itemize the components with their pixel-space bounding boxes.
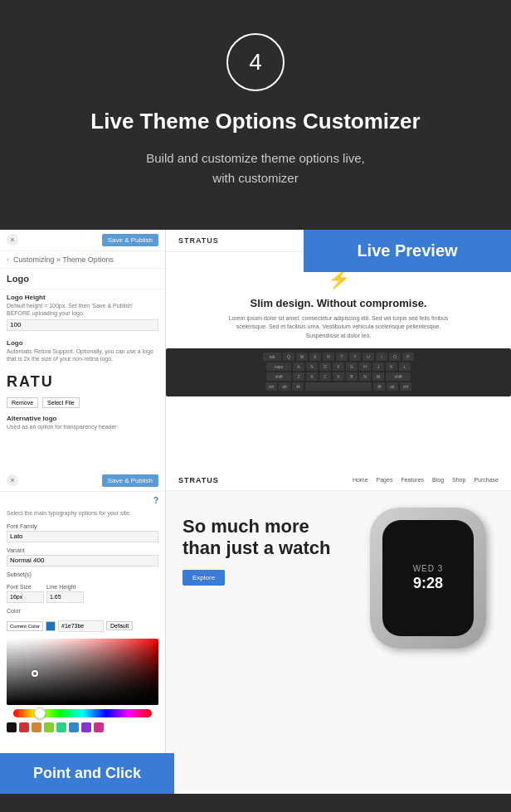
swatch-purple[interactable] (81, 722, 91, 732)
nav-purchase[interactable]: Purchase (474, 477, 499, 483)
website-hero-title: Slim design. Without compromise. (174, 297, 503, 309)
kb-caps: caps (266, 362, 291, 371)
kb-o: O (389, 353, 401, 361)
customizer-logo-field: Logo Automatic Retina Support. Optionall… (0, 335, 165, 369)
kb-p: P (402, 353, 414, 361)
point-click-badge[interactable]: Point and Click (0, 753, 174, 794)
logo-preview: RATU (0, 369, 165, 395)
kb-ctrl: ctrl (265, 382, 277, 391)
hex-color-input[interactable] (58, 620, 104, 632)
color-spectrum-container (7, 709, 158, 717)
top-section: 4 Live Theme Options Customizer Build an… (0, 0, 511, 230)
step-number: 4 (249, 49, 262, 75)
kb-e: E (309, 353, 321, 361)
select-logo-file-button[interactable]: Select File (42, 397, 80, 408)
nav-shop[interactable]: Shop (452, 477, 465, 483)
nav-features[interactable]: Features (401, 477, 424, 483)
kb-rctrl: ctrl (400, 382, 411, 391)
kb-j: J (372, 362, 384, 371)
remove-logo-button[interactable]: Remove (7, 397, 38, 408)
swatch-red[interactable] (19, 722, 29, 732)
kb-ralt: alt (387, 382, 398, 391)
watch-body: WED 3 9:28 (370, 508, 486, 649)
subtitle-line1: Build and customize theme options live, (146, 151, 364, 165)
current-color-button[interactable]: Current Color (7, 621, 43, 631)
color-panel-close[interactable]: × (7, 474, 18, 486)
color-default-button[interactable]: Default (106, 621, 133, 630)
customizer-section-logo: Logo (0, 269, 165, 289)
swatch-blue[interactable] (69, 722, 79, 732)
kb-i: I (376, 353, 387, 361)
kb-b: B (346, 372, 358, 381)
website-hero-text: Lorem ipsum dolor sit amet, consectetur … (222, 314, 455, 341)
typography-desc: Select the main typography options for y… (0, 509, 165, 521)
nav-home[interactable]: Home (353, 477, 368, 483)
main-title: Live Theme Options Customizer (17, 108, 494, 136)
kb-space (305, 382, 372, 391)
watch-brand: STRATUS (178, 476, 219, 484)
typography-help-icon[interactable]: ? (153, 496, 158, 505)
color-swatch[interactable] (46, 621, 56, 631)
swatch-green[interactable] (44, 722, 54, 732)
customizer-logo-height-field: Logo Height Default height = 100px. Set … (0, 289, 165, 335)
kb-r: R (323, 353, 334, 361)
kb-shift: shift (266, 372, 291, 381)
kb-g: G (346, 362, 358, 371)
color-panel-save[interactable]: Save & Publish (102, 474, 158, 487)
swatch-pink[interactable] (94, 722, 104, 732)
kb-w: W (296, 353, 308, 361)
kb-z: Z (293, 372, 304, 381)
line-height-input[interactable] (46, 591, 84, 603)
color-picker-gradient[interactable] (7, 639, 158, 705)
kb-d: D (319, 362, 331, 371)
customizer-back-arrow[interactable]: ‹ (7, 255, 9, 264)
kb-rcmd: ⌘ (373, 382, 385, 391)
nav-blog[interactable]: Blog (432, 477, 444, 483)
alt-logo-field: Alternative logo Used as an option for t… (0, 411, 165, 437)
body-typography-section: Body Typography ? (0, 492, 165, 509)
watch-image-area: WED 3 9:28 (337, 508, 511, 756)
kb-q: Q (283, 353, 294, 361)
kb-t: T (336, 353, 348, 361)
customizer-save-button[interactable]: Save & Publish (102, 234, 158, 246)
font-size-input[interactable] (7, 591, 44, 603)
watch-hero-title: So much more than just a watch (182, 516, 332, 560)
color-spectrum[interactable] (13, 709, 152, 717)
logo-height-input[interactable] (7, 319, 158, 331)
color-swatches-row (0, 720, 165, 735)
subtitle-line2: with customizer (212, 171, 298, 185)
kb-k: K (386, 362, 397, 371)
swatch-black[interactable] (7, 722, 17, 732)
watch-nav: STRATUS Home Pages Features Blog Shop Pu… (166, 470, 511, 491)
nav-pages[interactable]: Pages (377, 477, 393, 483)
customizer-breadcrumb: ‹ Customizing » Theme Options (0, 251, 165, 269)
watch-time-display: 9:28 (413, 575, 443, 592)
screenshots-container: × Save & Publish ‹ Customizing » Theme O… (0, 230, 511, 794)
color-panel-header: × Save & Publish (0, 470, 165, 492)
font-family-field: Font Family Lato (0, 521, 165, 545)
kb-v: V (333, 372, 344, 381)
variant-select[interactable]: Normal 400 (7, 555, 158, 566)
kb-y: Y (349, 353, 361, 361)
customizer-header: × Save & Publish (0, 230, 165, 251)
kb-f: F (333, 362, 344, 371)
swatch-orange[interactable] (32, 722, 41, 732)
watch-screen: WED 3 9:28 (382, 520, 474, 636)
kb-alt: alt (279, 382, 290, 391)
step-circle: 4 (226, 33, 285, 91)
kb-rshift: shift (386, 372, 411, 381)
live-preview-button[interactable]: Live Preview (304, 230, 511, 272)
customizer-close-button[interactable]: × (7, 234, 18, 246)
watch-explore-button[interactable]: Explore (182, 570, 225, 586)
watch-preview: STRATUS Home Pages Features Blog Shop Pu… (166, 470, 511, 794)
swatch-teal[interactable] (56, 722, 66, 732)
watch-nav-links: Home Pages Features Blog Shop Purchase (353, 477, 499, 483)
variant-field: Variant Normal 400 (0, 545, 165, 569)
color-picker-dot[interactable] (32, 670, 38, 677)
kb-u: U (363, 353, 374, 361)
kb-cmd: ⌘ (292, 382, 304, 391)
spectrum-thumb[interactable] (34, 707, 46, 719)
font-family-select[interactable]: Lato (7, 531, 158, 542)
logo-buttons-row: Remove Select File (0, 395, 165, 411)
kb-a: A (293, 362, 304, 371)
